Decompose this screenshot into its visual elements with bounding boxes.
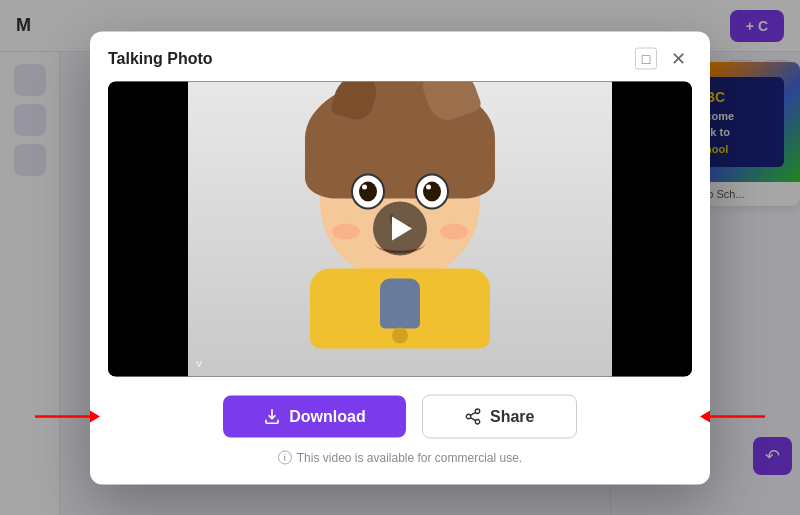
svg-line-5	[470, 417, 475, 420]
right-black-bar	[612, 81, 692, 376]
cartoon-right-pupil	[423, 182, 441, 202]
cartoon-left-eye	[351, 174, 385, 210]
talking-photo-modal: Talking Photo □ ✕	[90, 31, 710, 484]
close-button[interactable]: ✕	[665, 45, 692, 71]
svg-point-3	[475, 419, 480, 424]
modal-actions: Download Share	[90, 394, 710, 438]
play-button[interactable]	[373, 202, 427, 256]
download-icon	[263, 407, 281, 425]
commercial-text: This video is available for commercial u…	[297, 450, 522, 464]
modal-header: Talking Photo □ ✕	[90, 31, 710, 81]
svg-point-4	[466, 414, 471, 419]
svg-marker-1	[90, 410, 100, 422]
svg-point-2	[475, 409, 480, 414]
modal-header-actions: □ ✕	[635, 45, 692, 71]
arrow-to-download	[30, 401, 100, 431]
video-watermark: V	[196, 358, 202, 368]
play-icon	[392, 217, 412, 241]
info-icon: i	[278, 450, 292, 464]
close-icon: ✕	[671, 48, 686, 68]
download-button[interactable]: Download	[223, 395, 405, 437]
modal-title: Talking Photo	[108, 49, 213, 67]
video-container: V	[108, 81, 692, 376]
cartoon-right-eye	[415, 174, 449, 210]
cartoon-left-cheek	[332, 224, 360, 240]
arrow-from-share	[700, 401, 770, 431]
svg-marker-7	[700, 410, 710, 422]
cartoon-left-pupil	[359, 182, 377, 202]
commercial-notice: i This video is available for commercial…	[90, 450, 710, 464]
cartoon-right-cheek	[440, 224, 468, 240]
share-button[interactable]: Share	[422, 394, 577, 438]
video-main: V	[188, 81, 612, 376]
share-icon	[464, 407, 482, 425]
left-black-bar	[108, 81, 188, 376]
expand-icon: □	[642, 50, 650, 66]
cartoon-body	[310, 269, 490, 349]
video-frame: V	[108, 81, 692, 376]
share-label: Share	[490, 407, 534, 425]
download-label: Download	[289, 407, 365, 425]
svg-line-6	[470, 412, 475, 415]
expand-button[interactable]: □	[635, 47, 657, 69]
